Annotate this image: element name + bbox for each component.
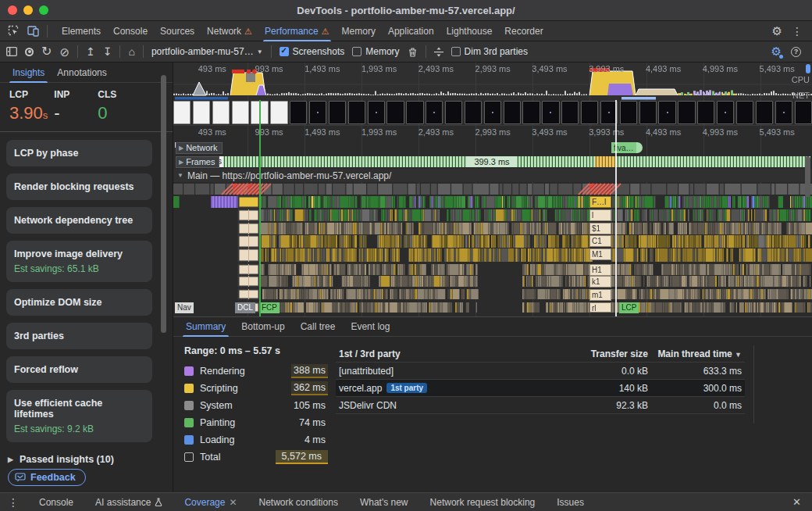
screenshot-frame[interactable] — [309, 101, 326, 124]
insight-card[interactable]: LCP by phase — [6, 140, 152, 166]
reload-and-record-button[interactable]: ↻ — [41, 45, 52, 58]
insight-card[interactable]: Forced reflow — [6, 356, 152, 383]
stack-frame-label[interactable]: C1 — [589, 235, 611, 247]
stack-frame-label[interactable]: m1 — [589, 289, 611, 301]
col-party[interactable]: 1st / 3rd party — [339, 348, 562, 359]
col-main-thread-time[interactable]: Main thread time ▼ — [648, 348, 742, 359]
passed-insights-toggle[interactable]: ▶ Passed insights (10) — [0, 449, 173, 465]
screenshot-frame[interactable] — [348, 101, 365, 124]
drawer-tab[interactable]: Network request blocking — [419, 493, 547, 511]
screenshots-checkbox[interactable]: Screenshots — [280, 46, 345, 57]
insight-card[interactable]: 3rd parties — [6, 323, 152, 349]
web-vital-metric[interactable]: INP - — [54, 89, 98, 123]
lcp-marker[interactable]: LCP — [619, 302, 639, 313]
screenshot-frame[interactable] — [426, 101, 443, 124]
screenshot-filmstrip[interactable] — [173, 100, 812, 125]
drawer-more-options-icon[interactable]: ⋮ — [0, 496, 28, 509]
drawer-tab[interactable]: Coverage ✕ — [173, 493, 248, 511]
screenshot-frame[interactable] — [678, 101, 695, 124]
screenshot-frame[interactable] — [329, 101, 346, 124]
network-lane[interactable]: ▶ Network fiva… — [173, 141, 812, 155]
main-thread-flamechart[interactable] — [173, 182, 812, 316]
screenshot-frame[interactable] — [173, 101, 191, 124]
screenshot-frame[interactable] — [522, 101, 540, 124]
detail-tab[interactable]: Call tree — [294, 317, 342, 337]
stack-frame-label[interactable]: F…l — [589, 196, 611, 208]
stack-frame-label[interactable]: $1 — [589, 223, 611, 234]
web-vital-metric[interactable]: CLS 0 — [98, 89, 141, 123]
inspect-element-icon[interactable] — [8, 25, 20, 37]
detail-tab[interactable]: Bottom-up — [235, 317, 290, 337]
screenshot-frame[interactable] — [795, 101, 812, 124]
screenshot-frame[interactable] — [775, 101, 792, 124]
overview-scrollbar-thumb[interactable] — [806, 64, 810, 73]
screenshot-frame[interactable] — [717, 101, 734, 124]
frames-lane[interactable]: ms 399.3 ms ▶ Frames — [173, 155, 812, 169]
long-frame-duration[interactable]: 399.3 ms — [467, 156, 517, 167]
screenshot-frame[interactable] — [406, 101, 423, 124]
collapse-flame-icon[interactable] — [434, 47, 443, 57]
drawer-tab[interactable]: Issues — [546, 493, 595, 511]
live-metrics-home-icon[interactable]: ⌂ — [128, 46, 134, 57]
screenshot-frame[interactable] — [504, 101, 521, 124]
main-thread-track-header[interactable]: ▼ Main — https://portfolio-amber-mu-57.v… — [173, 169, 812, 182]
toggle-sidebar-icon[interactable] — [6, 47, 17, 56]
screenshot-frame[interactable] — [581, 101, 598, 124]
stack-frame-label[interactable]: M1 — [589, 248, 611, 260]
drawer-tab[interactable]: What's new — [349, 493, 419, 511]
devtools-tab[interactable]: Memory — [336, 21, 382, 41]
help-icon[interactable]: ? — [791, 47, 801, 57]
fcp-marker[interactable]: FCP — [259, 302, 280, 313]
dcl-marker[interactable]: DCL — [235, 302, 255, 313]
memory-checkbox[interactable]: Memory — [352, 46, 399, 57]
timeline-overview[interactable]: 493 ms993 ms1,493 ms1,993 ms2,493 ms2,99… — [173, 63, 812, 100]
devtools-tab[interactable]: Network ⚠ — [201, 21, 258, 41]
screenshot-frame[interactable] — [193, 101, 210, 124]
devtools-tab[interactable]: Lighthouse — [440, 21, 499, 41]
screenshot-frame[interactable] — [368, 101, 385, 124]
devtools-tab[interactable]: Console — [107, 21, 154, 41]
dim-3rd-parties-checkbox[interactable]: Dim 3rd parties — [451, 46, 528, 57]
device-toolbar-icon[interactable] — [27, 26, 39, 37]
more-options-icon[interactable]: ⋮ — [792, 25, 803, 38]
drawer-tab[interactable]: Console — [28, 493, 84, 511]
settings-gear-icon[interactable]: ⚙ — [772, 24, 782, 38]
detail-tab[interactable]: Summary — [180, 317, 232, 337]
sidebar-tab[interactable]: Annotations — [52, 63, 111, 83]
stack-frame-label[interactable]: l — [589, 209, 611, 221]
web-vital-metric[interactable]: LCP 3.90s — [9, 89, 54, 123]
col-transfer-size[interactable]: Transfer size — [562, 348, 648, 359]
screenshot-frame[interactable] — [561, 101, 579, 124]
screenshot-frame[interactable] — [736, 101, 753, 124]
sidebar-tab[interactable]: Insights — [8, 63, 49, 83]
history-select[interactable]: portfolio-amber-mu-57… ▼ — [151, 46, 263, 57]
screenshot-frame[interactable] — [639, 101, 657, 124]
devtools-tab[interactable]: Sources — [154, 21, 201, 41]
screenshot-frame[interactable] — [484, 101, 501, 124]
screenshot-frame[interactable] — [290, 101, 307, 124]
devtools-tab[interactable]: Performance ⚠ — [258, 21, 336, 41]
devtools-tab[interactable]: Application — [382, 21, 440, 41]
screenshot-frame[interactable] — [212, 101, 230, 124]
devtools-tab[interactable]: Recorder — [498, 21, 549, 41]
screenshot-frame[interactable] — [542, 101, 559, 124]
stack-frame-label[interactable]: H1 — [589, 264, 611, 276]
screenshot-frame[interactable] — [756, 101, 773, 124]
screenshot-frame[interactable] — [620, 101, 637, 124]
stack-frame-label[interactable]: k1 — [589, 276, 611, 288]
save-profile-icon[interactable]: ↧ — [103, 46, 112, 57]
dropped-frames-bar[interactable] — [595, 156, 615, 167]
devtools-tab[interactable]: Elements — [55, 21, 107, 41]
close-drawer-icon[interactable]: ✕ — [792, 496, 812, 508]
insight-card[interactable]: Use efficient cache lifetimes Est saving… — [6, 390, 152, 442]
frames-bars[interactable] — [223, 156, 810, 167]
table-row[interactable]: vercel.app 1st party 140 kB 300.0 ms — [336, 380, 745, 397]
frames-lane-chip[interactable]: ▶ Frames — [176, 156, 219, 168]
record-button[interactable] — [25, 48, 34, 56]
insight-card[interactable]: Optimize DOM size — [6, 289, 152, 316]
garbage-collect-icon[interactable] — [408, 47, 418, 57]
stack-frame-label[interactable]: rl — [589, 302, 611, 313]
nav-marker[interactable]: Nav — [175, 302, 194, 313]
insight-card[interactable]: Improve image delivery Est savings: 65.1… — [6, 241, 152, 282]
screenshot-frame[interactable] — [270, 101, 287, 124]
